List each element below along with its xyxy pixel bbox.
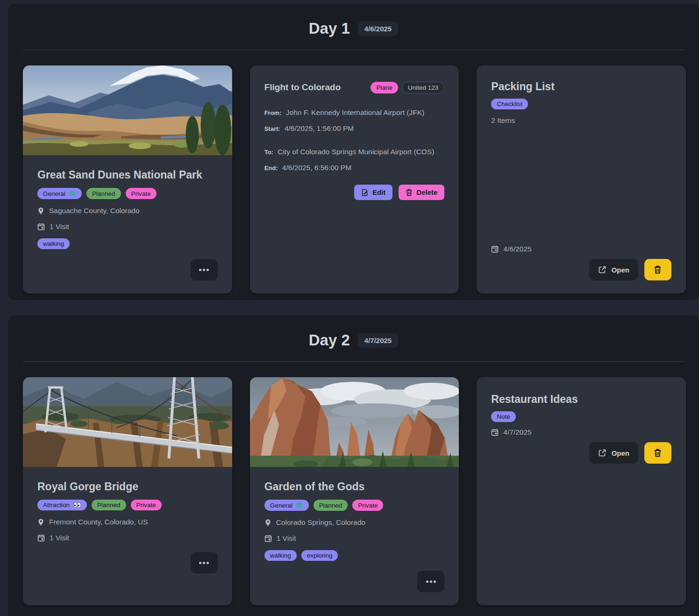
flight-type-badge: Plane [371, 82, 398, 93]
checklist-title: Packing List [491, 79, 671, 93]
flight-to-row: To: City of Colorado Springs Municipal A… [264, 148, 445, 156]
delete-note-button[interactable] [644, 442, 671, 464]
trash-icon [654, 265, 662, 274]
delete-button[interactable]: Delete [399, 185, 444, 200]
calendar-icon [264, 535, 272, 542]
external-link-icon [598, 265, 606, 274]
checklist-date-row: 4/6/2025 [491, 245, 671, 253]
visits-row: 1 Visit [264, 534, 445, 543]
visits-row: 1 Visit [37, 534, 218, 542]
to-label: To: [264, 149, 273, 156]
tag-badge: walking [37, 238, 70, 249]
ellipsis-icon [199, 269, 210, 271]
location-row: Fremont County, Colorado, US [37, 518, 218, 526]
globe-icon [69, 190, 76, 197]
category-badge: General [264, 500, 309, 511]
place-card-great-sand-dunes: Great Sand Dunes National Park General P… [23, 65, 232, 294]
visibility-badge: Private [131, 500, 162, 510]
flight-number-badge: United 123 [402, 82, 444, 93]
flight-card: Flight to Colorado Plane United 123 From… [250, 65, 459, 294]
flight-title: Flight to Colorado [264, 80, 341, 94]
day-date-badge: 4/6/2025 [358, 21, 398, 36]
visits-text: 1 Visit [50, 534, 69, 542]
more-button[interactable] [191, 552, 218, 573]
open-button[interactable]: Open [589, 259, 638, 280]
flight-from-row: From: John F. Kennedy International Airp… [264, 108, 445, 117]
open-button[interactable]: Open [589, 442, 638, 464]
status-badge: Planned [86, 188, 121, 199]
day-title: Day 2 [309, 331, 350, 349]
day-1-section: Day 1 4/6/2025 [8, 4, 699, 300]
tag-badge: walking [264, 550, 297, 561]
edit-icon [361, 189, 369, 196]
ellipsis-icon [425, 580, 436, 583]
category-label: General [43, 190, 65, 197]
to-value: City of Colorado Springs Municipal Airpo… [278, 148, 434, 156]
visits-row: 1 Visit [37, 222, 218, 231]
day-2-section: Day 2 4/7/2025 [8, 315, 699, 616]
visits-text: 1 Visit [50, 222, 69, 231]
place-title: Great Sand Dunes National Park [37, 168, 218, 182]
items-count: 2 Items [491, 116, 671, 125]
calendar-icon [491, 245, 499, 253]
location-text: Saguache County, Colorado [49, 207, 140, 215]
place-title: Royal Gorge Bridge [37, 480, 218, 494]
flight-end-row: End: 4/6/2025, 6:56:00 PM [264, 164, 445, 172]
day-title: Day 1 [309, 20, 350, 37]
from-value: John F. Kennedy International Airport (J… [286, 108, 424, 116]
from-label: From: [264, 109, 282, 116]
note-date: 4/7/2025 [503, 428, 531, 437]
visibility-badge: Private [126, 188, 157, 199]
location-pin-icon [264, 519, 271, 527]
place-title: Garden of the Gods [264, 480, 445, 494]
trash-icon [654, 449, 662, 457]
place-card-royal-gorge: Royal Gorge Bridge Attraction Planned Pr… [23, 377, 232, 605]
day-1-cards: Great Sand Dunes National Park General P… [8, 50, 699, 309]
delete-label: Delete [416, 188, 437, 196]
start-label: Start: [264, 125, 280, 132]
more-button[interactable] [191, 259, 218, 280]
location-pin-icon [37, 518, 44, 526]
end-label: End: [264, 165, 278, 172]
day-2-header: Day 2 4/7/2025 [8, 315, 699, 349]
ellipsis-icon [199, 562, 210, 564]
category-badge: General [37, 188, 82, 199]
edit-button[interactable]: Edit [354, 185, 392, 200]
note-date-row: 4/7/2025 [491, 428, 671, 437]
category-label: Attraction [43, 501, 70, 509]
delete-checklist-button[interactable] [644, 259, 671, 280]
external-link-icon [598, 449, 606, 457]
place-photo-dunes [23, 65, 232, 155]
category-label: General [270, 502, 292, 509]
place-photo-bridge [23, 377, 232, 467]
checklist-type-badge: Checklist [491, 99, 528, 109]
checklist-card: Packing List Checklist 2 Items 4/6/2025 … [477, 65, 686, 294]
location-row: Saguache County, Colorado [37, 207, 218, 215]
status-badge: Planned [92, 500, 126, 510]
location-pin-icon [37, 207, 44, 215]
visibility-badge: Private [352, 500, 383, 511]
day-1-header: Day 1 4/6/2025 [8, 4, 699, 37]
day-date-badge: 4/7/2025 [358, 333, 398, 348]
trash-icon [406, 189, 413, 196]
flight-start-row: Start: 4/6/2025, 1:56:00 PM [264, 124, 445, 133]
calendar-icon [37, 223, 45, 230]
place-photo-garden [250, 377, 459, 467]
note-card: Restaurant Ideas Note 4/7/2025 Open [477, 377, 686, 605]
tag-badge: exploring [301, 550, 338, 561]
location-text: Fremont County, Colorado, US [49, 518, 148, 526]
open-label: Open [612, 449, 629, 457]
checklist-date: 4/6/2025 [503, 245, 531, 253]
calendar-icon [491, 429, 499, 436]
edit-label: Edit [372, 188, 385, 196]
category-badge: Attraction [37, 500, 87, 510]
open-label: Open [612, 266, 629, 274]
eyes-icon [73, 502, 81, 508]
calendar-icon [37, 534, 45, 542]
note-type-badge: Note [491, 411, 516, 422]
more-button[interactable] [417, 571, 444, 592]
place-card-garden-of-the-gods: Garden of the Gods General Planned Priva… [250, 377, 459, 605]
location-row: Colorado Springs, Colorado [264, 518, 445, 527]
status-badge: Planned [314, 500, 348, 511]
day-2-cards: Royal Gorge Bridge Attraction Planned Pr… [8, 362, 699, 616]
